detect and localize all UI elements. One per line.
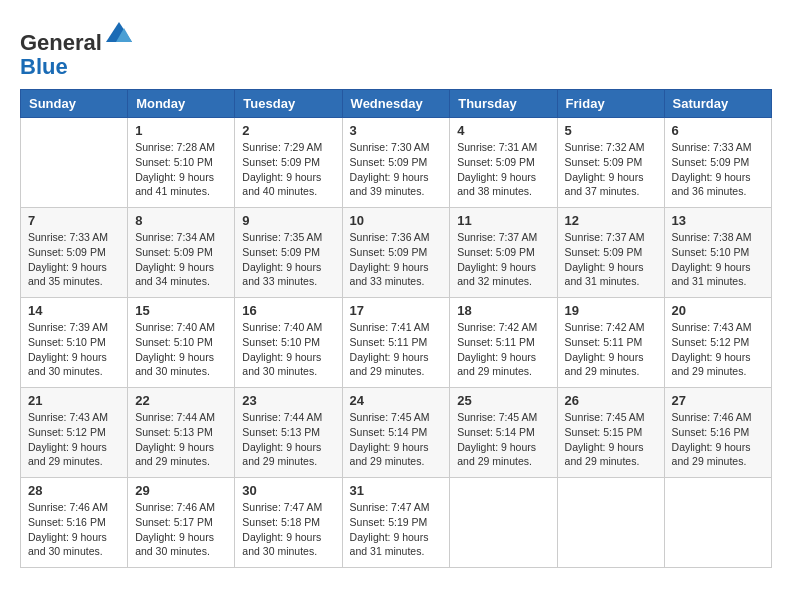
day-info: Sunrise: 7:40 AM Sunset: 5:10 PM Dayligh…	[135, 320, 227, 379]
page-header: General Blue	[20, 20, 772, 79]
day-number: 30	[242, 483, 334, 498]
day-number: 14	[28, 303, 120, 318]
day-number: 4	[457, 123, 549, 138]
logo-icon	[104, 20, 134, 50]
calendar-cell: 26Sunrise: 7:45 AM Sunset: 5:15 PM Dayli…	[557, 388, 664, 478]
calendar-cell: 30Sunrise: 7:47 AM Sunset: 5:18 PM Dayli…	[235, 478, 342, 568]
calendar-cell: 2Sunrise: 7:29 AM Sunset: 5:09 PM Daylig…	[235, 118, 342, 208]
calendar-week-row: 21Sunrise: 7:43 AM Sunset: 5:12 PM Dayli…	[21, 388, 772, 478]
calendar-cell: 27Sunrise: 7:46 AM Sunset: 5:16 PM Dayli…	[664, 388, 771, 478]
day-number: 5	[565, 123, 657, 138]
day-info: Sunrise: 7:28 AM Sunset: 5:10 PM Dayligh…	[135, 140, 227, 199]
day-of-week-header: Wednesday	[342, 90, 450, 118]
day-number: 31	[350, 483, 443, 498]
day-number: 8	[135, 213, 227, 228]
calendar-cell: 1Sunrise: 7:28 AM Sunset: 5:10 PM Daylig…	[128, 118, 235, 208]
calendar-cell: 11Sunrise: 7:37 AM Sunset: 5:09 PM Dayli…	[450, 208, 557, 298]
logo-general: General	[20, 30, 102, 55]
calendar-cell	[21, 118, 128, 208]
day-info: Sunrise: 7:33 AM Sunset: 5:09 PM Dayligh…	[28, 230, 120, 289]
calendar-cell: 8Sunrise: 7:34 AM Sunset: 5:09 PM Daylig…	[128, 208, 235, 298]
calendar-cell: 25Sunrise: 7:45 AM Sunset: 5:14 PM Dayli…	[450, 388, 557, 478]
calendar-cell: 4Sunrise: 7:31 AM Sunset: 5:09 PM Daylig…	[450, 118, 557, 208]
day-info: Sunrise: 7:46 AM Sunset: 5:16 PM Dayligh…	[28, 500, 120, 559]
day-info: Sunrise: 7:40 AM Sunset: 5:10 PM Dayligh…	[242, 320, 334, 379]
day-number: 28	[28, 483, 120, 498]
day-info: Sunrise: 7:38 AM Sunset: 5:10 PM Dayligh…	[672, 230, 764, 289]
day-number: 18	[457, 303, 549, 318]
calendar-cell: 18Sunrise: 7:42 AM Sunset: 5:11 PM Dayli…	[450, 298, 557, 388]
calendar-cell: 28Sunrise: 7:46 AM Sunset: 5:16 PM Dayli…	[21, 478, 128, 568]
day-number: 11	[457, 213, 549, 228]
day-of-week-header: Monday	[128, 90, 235, 118]
day-info: Sunrise: 7:37 AM Sunset: 5:09 PM Dayligh…	[565, 230, 657, 289]
day-info: Sunrise: 7:44 AM Sunset: 5:13 PM Dayligh…	[242, 410, 334, 469]
calendar-week-row: 28Sunrise: 7:46 AM Sunset: 5:16 PM Dayli…	[21, 478, 772, 568]
day-info: Sunrise: 7:46 AM Sunset: 5:16 PM Dayligh…	[672, 410, 764, 469]
calendar-cell: 3Sunrise: 7:30 AM Sunset: 5:09 PM Daylig…	[342, 118, 450, 208]
day-of-week-header: Saturday	[664, 90, 771, 118]
calendar-week-row: 14Sunrise: 7:39 AM Sunset: 5:10 PM Dayli…	[21, 298, 772, 388]
calendar-cell: 6Sunrise: 7:33 AM Sunset: 5:09 PM Daylig…	[664, 118, 771, 208]
calendar-table: SundayMondayTuesdayWednesdayThursdayFrid…	[20, 89, 772, 568]
day-number: 7	[28, 213, 120, 228]
logo: General Blue	[20, 20, 134, 79]
day-info: Sunrise: 7:45 AM Sunset: 5:14 PM Dayligh…	[350, 410, 443, 469]
day-info: Sunrise: 7:46 AM Sunset: 5:17 PM Dayligh…	[135, 500, 227, 559]
calendar-cell: 12Sunrise: 7:37 AM Sunset: 5:09 PM Dayli…	[557, 208, 664, 298]
calendar-cell: 13Sunrise: 7:38 AM Sunset: 5:10 PM Dayli…	[664, 208, 771, 298]
calendar-cell	[664, 478, 771, 568]
calendar-body: 1Sunrise: 7:28 AM Sunset: 5:10 PM Daylig…	[21, 118, 772, 568]
day-number: 13	[672, 213, 764, 228]
day-of-week-header: Tuesday	[235, 90, 342, 118]
day-of-week-header: Thursday	[450, 90, 557, 118]
calendar-header-row: SundayMondayTuesdayWednesdayThursdayFrid…	[21, 90, 772, 118]
day-info: Sunrise: 7:47 AM Sunset: 5:19 PM Dayligh…	[350, 500, 443, 559]
day-info: Sunrise: 7:45 AM Sunset: 5:14 PM Dayligh…	[457, 410, 549, 469]
day-info: Sunrise: 7:29 AM Sunset: 5:09 PM Dayligh…	[242, 140, 334, 199]
calendar-cell: 31Sunrise: 7:47 AM Sunset: 5:19 PM Dayli…	[342, 478, 450, 568]
day-number: 12	[565, 213, 657, 228]
day-info: Sunrise: 7:45 AM Sunset: 5:15 PM Dayligh…	[565, 410, 657, 469]
day-number: 16	[242, 303, 334, 318]
day-info: Sunrise: 7:43 AM Sunset: 5:12 PM Dayligh…	[672, 320, 764, 379]
day-info: Sunrise: 7:39 AM Sunset: 5:10 PM Dayligh…	[28, 320, 120, 379]
day-info: Sunrise: 7:41 AM Sunset: 5:11 PM Dayligh…	[350, 320, 443, 379]
day-of-week-header: Sunday	[21, 90, 128, 118]
day-number: 9	[242, 213, 334, 228]
day-info: Sunrise: 7:42 AM Sunset: 5:11 PM Dayligh…	[457, 320, 549, 379]
calendar-cell: 7Sunrise: 7:33 AM Sunset: 5:09 PM Daylig…	[21, 208, 128, 298]
day-info: Sunrise: 7:44 AM Sunset: 5:13 PM Dayligh…	[135, 410, 227, 469]
day-number: 29	[135, 483, 227, 498]
calendar-cell: 21Sunrise: 7:43 AM Sunset: 5:12 PM Dayli…	[21, 388, 128, 478]
calendar-cell: 10Sunrise: 7:36 AM Sunset: 5:09 PM Dayli…	[342, 208, 450, 298]
calendar-cell: 9Sunrise: 7:35 AM Sunset: 5:09 PM Daylig…	[235, 208, 342, 298]
day-number: 20	[672, 303, 764, 318]
day-info: Sunrise: 7:36 AM Sunset: 5:09 PM Dayligh…	[350, 230, 443, 289]
calendar-cell: 16Sunrise: 7:40 AM Sunset: 5:10 PM Dayli…	[235, 298, 342, 388]
day-number: 6	[672, 123, 764, 138]
day-info: Sunrise: 7:35 AM Sunset: 5:09 PM Dayligh…	[242, 230, 334, 289]
calendar-cell: 17Sunrise: 7:41 AM Sunset: 5:11 PM Dayli…	[342, 298, 450, 388]
day-number: 3	[350, 123, 443, 138]
day-number: 10	[350, 213, 443, 228]
calendar-week-row: 1Sunrise: 7:28 AM Sunset: 5:10 PM Daylig…	[21, 118, 772, 208]
day-number: 21	[28, 393, 120, 408]
calendar-cell	[450, 478, 557, 568]
calendar-week-row: 7Sunrise: 7:33 AM Sunset: 5:09 PM Daylig…	[21, 208, 772, 298]
calendar-cell	[557, 478, 664, 568]
day-info: Sunrise: 7:43 AM Sunset: 5:12 PM Dayligh…	[28, 410, 120, 469]
logo-blue: Blue	[20, 54, 68, 79]
day-info: Sunrise: 7:37 AM Sunset: 5:09 PM Dayligh…	[457, 230, 549, 289]
day-number: 24	[350, 393, 443, 408]
calendar-cell: 24Sunrise: 7:45 AM Sunset: 5:14 PM Dayli…	[342, 388, 450, 478]
day-number: 22	[135, 393, 227, 408]
day-info: Sunrise: 7:34 AM Sunset: 5:09 PM Dayligh…	[135, 230, 227, 289]
calendar-cell: 29Sunrise: 7:46 AM Sunset: 5:17 PM Dayli…	[128, 478, 235, 568]
calendar-cell: 5Sunrise: 7:32 AM Sunset: 5:09 PM Daylig…	[557, 118, 664, 208]
day-number: 1	[135, 123, 227, 138]
day-info: Sunrise: 7:32 AM Sunset: 5:09 PM Dayligh…	[565, 140, 657, 199]
day-number: 27	[672, 393, 764, 408]
day-info: Sunrise: 7:31 AM Sunset: 5:09 PM Dayligh…	[457, 140, 549, 199]
day-info: Sunrise: 7:42 AM Sunset: 5:11 PM Dayligh…	[565, 320, 657, 379]
